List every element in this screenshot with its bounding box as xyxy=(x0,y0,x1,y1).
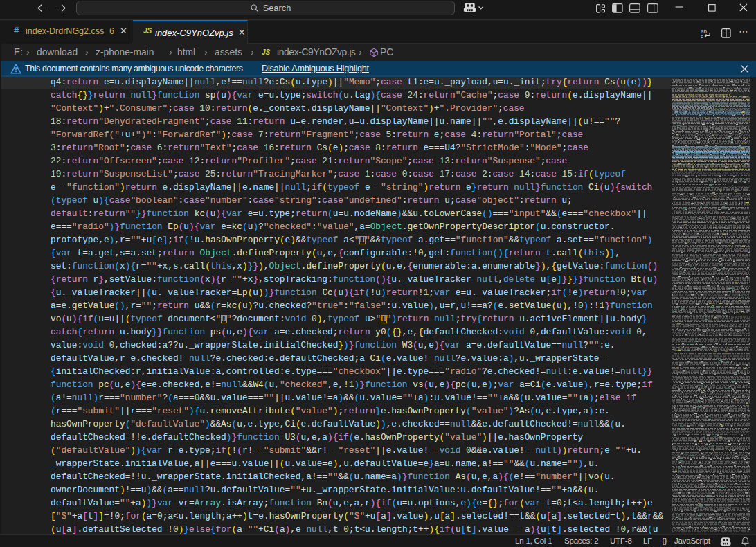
svg-text:c: c xyxy=(701,33,703,39)
